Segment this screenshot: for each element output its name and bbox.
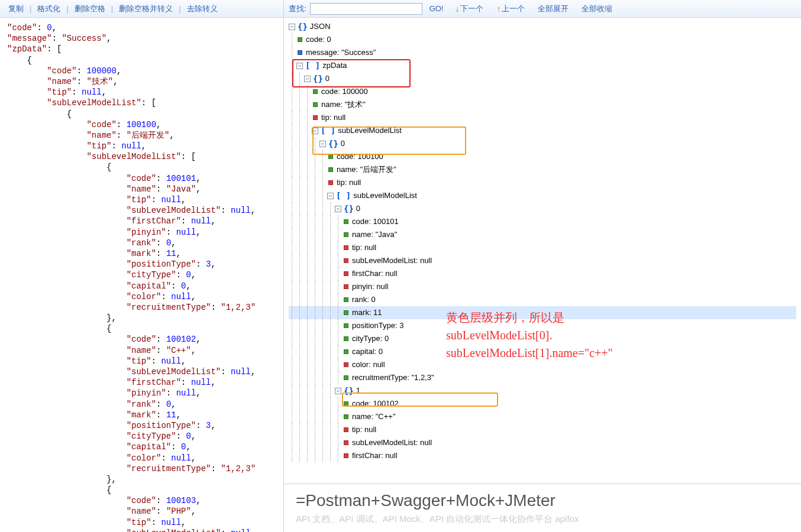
tree-node[interactable]: −{}1: [289, 384, 796, 397]
leaf-icon: [298, 37, 302, 42]
footer-title: =Postman+Swagger+Mock+JMeter: [296, 491, 789, 510]
footer-subtitle: API 文档、API 调试、API Mock、API 自动化测试一体化协作平台 …: [296, 514, 789, 525]
leaf-icon: [344, 297, 348, 302]
collapse-icon[interactable]: −: [335, 388, 341, 394]
collapse-all-button[interactable]: 全部收缩: [578, 2, 616, 15]
tree-node[interactable]: mark : 11: [289, 306, 796, 319]
copy-button[interactable]: 复制: [5, 2, 27, 15]
separator: |: [65, 4, 69, 13]
tree-node[interactable]: rank : 0: [289, 293, 796, 306]
array-icon: [ ]: [305, 59, 320, 72]
tree-node[interactable]: name : "Java": [289, 228, 796, 241]
tree-node[interactable]: firstChar : null: [289, 267, 796, 280]
right-toolbar: 查找: GO! ↓下一个 ↑上一个 全部展开 全部收缩: [284, 0, 801, 18]
collapse-icon[interactable]: −: [304, 76, 311, 82]
format-button[interactable]: 格式化: [34, 2, 64, 15]
object-icon: {}: [344, 384, 354, 397]
trim-button[interactable]: 删除空格: [71, 2, 109, 15]
leaf-icon: [344, 245, 348, 250]
left-toolbar: 复制 | 格式化 | 删除空格 | 删除空格并转义 | 去除转义: [0, 0, 283, 18]
separator: |: [177, 4, 182, 13]
array-icon: [ ]: [321, 124, 335, 137]
unescape-button[interactable]: 去除转义: [183, 2, 221, 15]
left-panel: 复制 | 格式化 | 删除空格 | 删除空格并转义 | 去除转义 "code":…: [0, 0, 284, 532]
object-icon: {}: [344, 202, 354, 215]
leaf-icon: [344, 284, 348, 289]
json-tree-viewer[interactable]: −{}JSONcode: 0message : "Success"−[ ]zpD…: [284, 18, 801, 484]
tree-node[interactable]: color : null: [289, 358, 796, 371]
trim-escape-button[interactable]: 删除空格并转义: [115, 2, 176, 15]
tree-node[interactable]: firstChar : null: [289, 449, 796, 462]
leaf-icon: [344, 219, 348, 224]
leaf-icon: [344, 440, 348, 445]
tree-node[interactable]: cityType : 0: [289, 332, 796, 345]
separator: |: [110, 4, 114, 13]
tree-node[interactable]: code : 100000: [289, 85, 796, 98]
tree-node[interactable]: positionType : 3: [289, 319, 796, 332]
leaf-icon: [344, 323, 348, 328]
collapse-icon[interactable]: −: [319, 141, 326, 147]
tree-node[interactable]: code: 0: [289, 33, 796, 46]
leaf-icon: [344, 258, 348, 263]
collapse-icon[interactable]: −: [289, 24, 295, 30]
right-panel: 查找: GO! ↓下一个 ↑上一个 全部展开 全部收缩 −{}JSONcode:…: [284, 0, 801, 532]
collapse-icon[interactable]: −: [335, 206, 341, 212]
expand-all-button[interactable]: 全部展开: [534, 2, 572, 15]
tree-node[interactable]: −{}0: [289, 202, 796, 215]
leaf-icon: [298, 50, 302, 55]
arrow-down-icon: ↓: [455, 4, 459, 14]
search-label: 查找:: [289, 4, 306, 14]
tree-node[interactable]: tip : null: [289, 176, 796, 189]
collapse-icon[interactable]: −: [327, 193, 334, 199]
leaf-icon: [344, 349, 348, 354]
leaf-icon: [344, 401, 348, 406]
tree-node[interactable]: message : "Success": [289, 46, 796, 59]
tree-node[interactable]: code : 100100: [289, 150, 796, 163]
footer-banner: =Postman+Swagger+Mock+JMeter API 文档、API …: [284, 484, 801, 532]
leaf-icon: [344, 453, 348, 458]
tree-node[interactable]: name : "技术": [289, 98, 796, 111]
object-icon: {}: [328, 137, 338, 150]
leaf-icon: [328, 154, 333, 159]
tree-node[interactable]: tip : null: [289, 111, 796, 124]
leaf-icon: [344, 427, 348, 432]
tree-node[interactable]: −[ ]zpData: [289, 59, 796, 72]
tree-node[interactable]: name : "后端开发": [289, 163, 796, 176]
tree-node[interactable]: name : "C++": [289, 410, 796, 423]
leaf-icon: [313, 115, 318, 120]
next-button[interactable]: ↓下一个: [451, 2, 487, 15]
leaf-icon: [344, 310, 348, 315]
leaf-icon: [344, 271, 348, 276]
tree-node[interactable]: −[ ]subLevelModelList: [289, 124, 796, 137]
tree-node[interactable]: tip : null: [289, 241, 796, 254]
leaf-icon: [313, 102, 318, 107]
leaf-icon: [344, 336, 348, 341]
tree-node[interactable]: −[ ]subLevelModelList: [289, 189, 796, 202]
arrow-up-icon: ↑: [496, 4, 500, 14]
leaf-icon: [344, 414, 348, 419]
json-source-editor[interactable]: "code": 0, "message": "Success", "zpData…: [0, 18, 283, 532]
leaf-icon: [328, 180, 333, 185]
object-icon: {}: [313, 72, 323, 85]
tree-node[interactable]: code : 100102: [289, 397, 796, 410]
leaf-icon: [313, 89, 318, 94]
array-icon: [ ]: [336, 189, 351, 202]
leaf-icon: [328, 167, 333, 172]
tree-node[interactable]: −{}0: [289, 72, 796, 85]
tree-node[interactable]: subLevelModelList : null: [289, 436, 796, 449]
tree-node[interactable]: subLevelModelList : null: [289, 254, 796, 267]
tree-node[interactable]: pinyin : null: [289, 280, 796, 293]
tree-root[interactable]: −{}JSON: [289, 20, 796, 33]
search-input[interactable]: [310, 3, 422, 15]
tree-node[interactable]: tip : null: [289, 423, 796, 436]
tree-node[interactable]: code : 100101: [289, 215, 796, 228]
tree-node[interactable]: recruitmentType : "1,2,3": [289, 371, 796, 384]
object-icon: {}: [298, 20, 308, 33]
prev-button[interactable]: ↑上一个: [493, 2, 528, 15]
collapse-icon[interactable]: −: [296, 63, 303, 69]
tree-node[interactable]: −{}0: [289, 137, 796, 150]
leaf-icon: [344, 375, 348, 380]
collapse-icon[interactable]: −: [312, 128, 318, 134]
go-button[interactable]: GO!: [427, 3, 446, 14]
tree-node[interactable]: capital : 0: [289, 345, 796, 358]
